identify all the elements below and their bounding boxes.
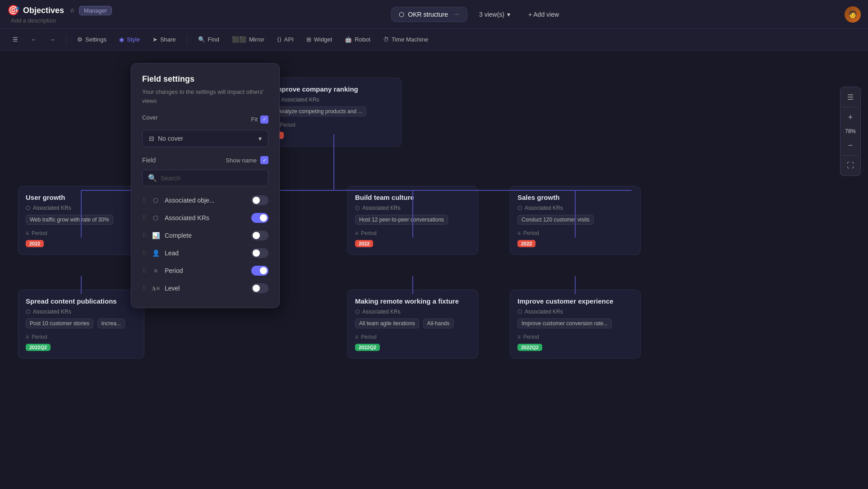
okr-structure-tab[interactable]: ⬡ OKR structure ⋯ <box>391 7 467 22</box>
period-name: Period <box>165 267 247 274</box>
period-icon: ≡ <box>26 230 29 236</box>
api-button[interactable]: ⟨⟩ API <box>272 33 299 46</box>
no-cover-icon-label: ⊟ No cover <box>149 135 183 142</box>
field-row-complete: ⠿ 📊 Complete <box>142 227 268 244</box>
drag-handle-icon[interactable]: ⠿ <box>142 197 147 204</box>
time-machine-button[interactable]: ⏱ Time Machine <box>378 33 434 46</box>
kr-icon: ⬡ <box>26 205 30 211</box>
robot-icon: 🤖 <box>345 36 352 43</box>
redo-button[interactable]: → <box>44 33 60 46</box>
undo-button[interactable]: ← <box>25 33 42 46</box>
find-button[interactable]: 🔍 Find <box>193 33 225 46</box>
card-sales-growth-title: Sales growth <box>517 194 633 201</box>
card-improve-company-kr: ⬡ Associated KRs <box>274 97 394 103</box>
share-label: Share <box>160 36 176 43</box>
assoc-krs-toggle[interactable] <box>251 213 268 223</box>
card-sales-growth-badge: 2022 <box>517 240 536 247</box>
card-improve-company-tag1[interactable]: Analyze competing products and ... <box>274 106 366 116</box>
show-name-row[interactable]: Show name ✓ <box>226 156 268 164</box>
drag-handle-icon[interactable]: ⠿ <box>142 249 147 257</box>
zoom-value: 78% <box>842 126 859 136</box>
mirror-button[interactable]: ⬛⬛ Mirror <box>226 33 270 46</box>
card-sales-growth-tag1[interactable]: Conduct 120 customer visits <box>517 215 594 225</box>
period-icon: ≡ <box>517 230 521 236</box>
hamburger-menu-button[interactable]: ☰ <box>7 33 23 46</box>
api-icon: ⟨⟩ <box>277 36 282 43</box>
expand-button[interactable]: ⛶ <box>842 157 859 174</box>
zoom-out-button[interactable]: − <box>842 137 859 153</box>
complete-toggle[interactable] <box>251 231 268 240</box>
cover-dropdown[interactable]: ⊟ No cover ▾ <box>142 130 268 147</box>
period-icon: ≡ <box>517 334 521 340</box>
field-row-period: ⠿ ≡ Period <box>142 262 268 280</box>
kr-icon: ⬡ <box>517 205 522 211</box>
view-menu-button[interactable]: ☰ <box>842 89 859 105</box>
add-view-label: + Add view <box>528 11 559 18</box>
widget-button[interactable]: ⊞ Widget <box>301 33 337 46</box>
assoc-krs-icon: ⬡ <box>151 214 160 221</box>
level-toggle[interactable] <box>251 283 268 293</box>
star-icon[interactable]: ☆ <box>69 7 75 14</box>
avatar[interactable]: 🧑 <box>845 6 861 23</box>
card-user-growth[interactable]: User growth ⬡ Associated KRs Web traffic… <box>18 186 144 255</box>
card-spread-content-badge: 2022Q2 <box>26 344 51 351</box>
search-field[interactable]: 🔍 <box>142 170 268 186</box>
card-making-remote[interactable]: Making remote working a fixture ⬡ Associ… <box>347 290 478 359</box>
card-improve-company[interactable]: Improve company ranking ⬡ Associated KRs… <box>266 78 402 147</box>
card-spread-content-tag2[interactable]: Increa... <box>97 318 125 328</box>
app-branding: 🎯 Objectives ☆ Manager Add a description <box>7 5 112 24</box>
views-button[interactable]: 3 view(s) ▾ <box>473 7 517 22</box>
settings-icon: ⚙ <box>77 36 83 43</box>
card-user-growth-period: ≡ Period <box>26 230 137 236</box>
tab-menu-icon[interactable]: ⋯ <box>453 11 460 18</box>
card-making-remote-kr: ⬡ Associated KRs <box>355 309 471 315</box>
views-chevron-icon: ▾ <box>507 11 510 18</box>
level-icon: 𝐀≡ <box>151 285 160 292</box>
settings-button[interactable]: ⚙ Settings <box>72 33 112 46</box>
no-cover-label: No cover <box>158 135 183 142</box>
show-name-checkbox[interactable]: ✓ <box>260 156 268 164</box>
assoc-obj-toggle[interactable] <box>251 195 268 205</box>
drag-handle-icon[interactable]: ⠿ <box>142 232 147 239</box>
settings-label: Settings <box>85 36 106 43</box>
card-spread-content[interactable]: Spread content publications ⬡ Associated… <box>18 290 144 359</box>
card-spread-content-kr: ⬡ Associated KRs <box>26 309 137 315</box>
card-improve-customer-tag1[interactable]: Improve customer conversion rate... <box>517 318 612 328</box>
drag-handle-icon[interactable]: ⠿ <box>142 285 147 292</box>
style-button[interactable]: ◉ Style <box>114 33 145 46</box>
field-row-assoc-obj: ⠿ ⬡ Associated obje... <box>142 192 268 209</box>
card-build-team-period: ≡ Period <box>355 230 471 236</box>
search-input[interactable] <box>161 175 263 182</box>
robot-label: Robot <box>355 36 370 43</box>
find-label: Find <box>208 36 219 43</box>
period-toggle[interactable] <box>251 266 268 276</box>
zoom-in-button[interactable]: + <box>842 109 859 125</box>
lead-icon: 👤 <box>151 249 160 257</box>
period-icon: ≡ <box>355 230 358 236</box>
add-view-button[interactable]: + Add view <box>522 7 565 22</box>
card-build-team-badge: 2022 <box>355 240 373 247</box>
card-build-team-tag1[interactable]: Host 12 peer-to-peer conversations <box>355 215 448 225</box>
card-user-growth-tag1[interactable]: Web traffic grow with rate of 30% <box>26 215 113 225</box>
robot-button[interactable]: 🤖 Robot <box>339 33 376 46</box>
drag-handle-icon[interactable]: ⠿ <box>142 214 147 221</box>
field-row-level: ⠿ 𝐀≡ Level <box>142 280 268 297</box>
card-build-team[interactable]: Build team culture ⬡ Associated KRs Host… <box>347 186 478 255</box>
card-sales-growth[interactable]: Sales growth ⬡ Associated KRs Conduct 12… <box>510 186 641 255</box>
lead-toggle[interactable] <box>251 248 268 258</box>
fit-checkbox[interactable]: Fit ✓ <box>251 115 268 124</box>
add-description[interactable]: Add a description <box>11 17 112 24</box>
field-section-label: Field <box>142 157 156 164</box>
card-making-remote-tag2[interactable]: All-hands <box>423 318 454 328</box>
card-making-remote-tag1[interactable]: All team agile iterations <box>355 318 419 328</box>
views-count: 3 view(s) <box>479 11 504 18</box>
field-row-assoc-krs: ⠿ ⬡ Associated KRs <box>142 209 268 227</box>
drag-handle-icon[interactable]: ⠿ <box>142 267 147 274</box>
card-improve-customer-title: Improve customer experience <box>517 297 633 305</box>
fit-checkbox-checked[interactable]: ✓ <box>260 115 268 124</box>
card-improve-customer[interactable]: Improve customer experience ⬡ Associated… <box>510 290 641 359</box>
share-button[interactable]: ➤ Share <box>147 33 181 46</box>
app-icon: 🎯 <box>7 5 19 16</box>
kr-icon: ⬡ <box>26 309 30 315</box>
card-spread-content-tag1[interactable]: Post 10 customer stories <box>26 318 93 328</box>
